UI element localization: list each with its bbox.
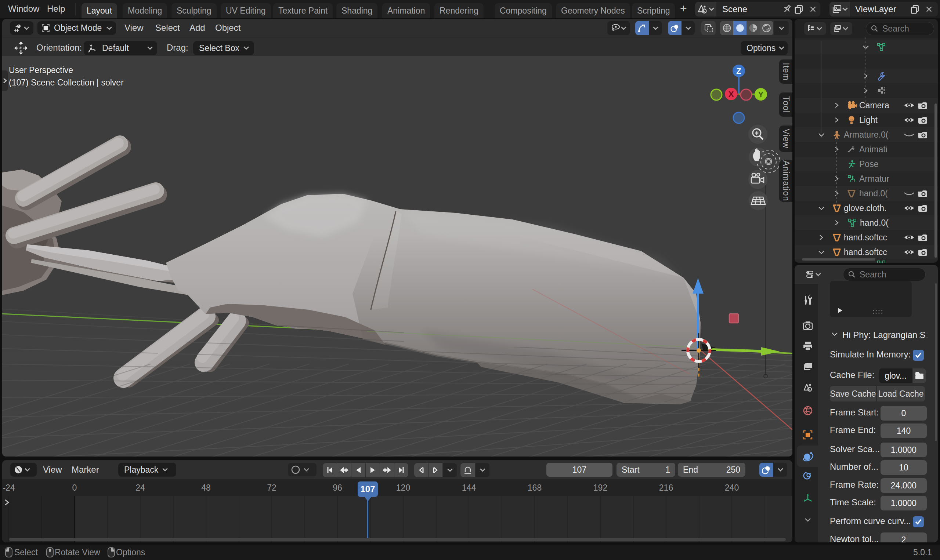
svg-text:Z: Z [736, 66, 741, 75]
svg-text:X: X [729, 89, 734, 99]
svg-text:Y: Y [758, 90, 764, 99]
